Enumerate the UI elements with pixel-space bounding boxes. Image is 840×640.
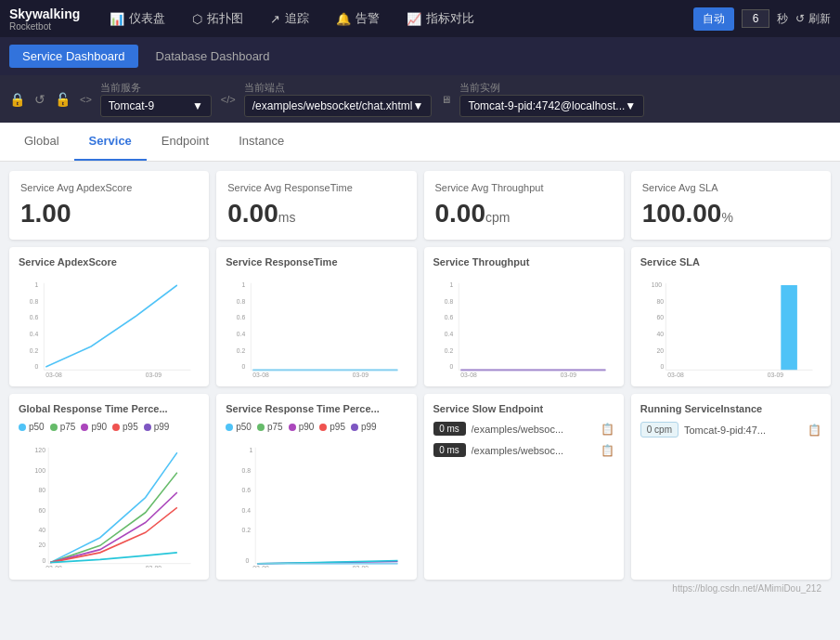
svc-legend-p75: p75	[257, 422, 283, 432]
svg-text:0: 0	[660, 362, 664, 372]
auto-button[interactable]: 自动	[693, 7, 734, 31]
svg-text:0.4: 0.4	[237, 330, 245, 339]
global-response-svg: 120 100 80 60 40 20 0 03-08 03-09	[19, 438, 200, 568]
unlock-icon[interactable]: 🔓	[55, 92, 71, 107]
svg-text:0: 0	[242, 362, 246, 372]
panel-service-response-title: Service Response Time Perce...	[226, 403, 407, 414]
svg-text:0.4: 0.4	[30, 330, 38, 339]
metric-throughput: Service Avg Throughput 0.00cpm	[424, 171, 624, 240]
endpoint-item-2: 0 ms /examples/websoc... 📋	[433, 443, 614, 457]
instance-icon: 🖥	[441, 94, 451, 105]
refresh-button[interactable]: ↺ 刷新	[795, 11, 831, 27]
toolbar: 🔒 ↺ 🔓 <> 当前服务 Tomcat-9 ▼ </> 当前端点 /examp…	[0, 75, 840, 123]
service-select[interactable]: Tomcat-9 ▼	[100, 95, 212, 117]
interval-input[interactable]	[742, 9, 769, 28]
tab-instance[interactable]: Instance	[224, 123, 299, 161]
tab-service-dashboard[interactable]: Service Dashboard	[9, 45, 138, 68]
svg-text:80: 80	[656, 296, 664, 306]
endpoint-selector-wrapper: </> 当前端点 /examples/websocket/chat.xhtml …	[221, 81, 433, 117]
tab-endpoint[interactable]: Endpoint	[147, 123, 224, 161]
p99-dot	[144, 424, 151, 431]
svg-text:03-08: 03-08	[253, 564, 269, 568]
svg-text:0.6: 0.6	[237, 313, 245, 322]
nav-metrics[interactable]: 📈 指标对比	[395, 0, 485, 37]
global-response-chart: 120 100 80 60 40 20 0 03-08 03-09	[19, 438, 200, 568]
nav-topology[interactable]: ⬡ 拓扑图	[181, 0, 254, 37]
endpoint-item-1: 0 ms /examples/websoc... 📋	[433, 422, 614, 436]
svg-text:0: 0	[449, 362, 453, 372]
svc-p90-dot	[289, 424, 296, 431]
svg-text:20: 20	[656, 346, 664, 355]
svg-text:0.2: 0.2	[444, 346, 452, 355]
service-response-svg: 1 0.8 0.6 0.4 0.2 0 03-08 03-09	[226, 438, 407, 568]
svg-text:1: 1	[242, 281, 246, 290]
metric-response-value: 0.00	[227, 199, 278, 228]
svc-legend-p50: p50	[226, 422, 252, 432]
panel-running-instance: Running ServiceInstance 0 cpm Tomcat-9-p…	[631, 394, 831, 580]
svg-text:03-08: 03-08	[45, 371, 61, 377]
service-dropdown-icon: ▼	[192, 99, 203, 112]
svc-p75-dot	[257, 424, 265, 431]
panel-global-response: Global Response Time Perce... p50 p75 p9…	[9, 394, 209, 580]
chart-response-area: 1 0.8 0.6 0.4 0.2 0 03-08 03-09	[226, 275, 407, 377]
svg-text:60: 60	[38, 505, 45, 514]
svg-text:0: 0	[246, 555, 250, 564]
metric-throughput-unit: cpm	[485, 210, 510, 225]
top-navigation: Skywalking Rocketbot 📊 仪表盘 ⬡ 拓扑图 ↗ 追踪 🔔 …	[0, 0, 840, 37]
service-response-legend: p50 p75 p90 p95 p99	[226, 422, 407, 432]
lock-icon[interactable]: 🔒	[9, 92, 25, 107]
tab-service[interactable]: Service	[74, 123, 147, 161]
svg-text:80: 80	[38, 486, 45, 494]
metric-apdex: Service Avg ApdexScore 1.00	[9, 171, 209, 240]
svg-text:1: 1	[35, 281, 39, 290]
chart-apdex-title: Service ApdexScore	[19, 256, 200, 268]
svg-text:0.8: 0.8	[444, 296, 452, 306]
instance-copy-icon-1[interactable]: 📋	[808, 424, 821, 437]
panel-slow-endpoint-title: Service Slow Endpoint	[433, 403, 614, 414]
metric-throughput-value: 0.00	[435, 199, 486, 228]
nav-alarm[interactable]: 🔔 告警	[325, 0, 391, 37]
svg-text:0.2: 0.2	[30, 346, 38, 355]
chart-throughput-title: Service Throughput	[433, 256, 614, 268]
svc-p50-dot	[226, 424, 233, 431]
dashboard-tabs: Service Dashboard Database Dashboard	[0, 37, 840, 75]
svc-p95-dot	[319, 424, 327, 431]
panel-global-response-title: Global Response Time Perce...	[19, 403, 200, 414]
metric-response-label: Service Avg ResponseTime	[227, 182, 405, 193]
chart-sla-area: 100 80 60 40 20 0 03-08 03-09	[640, 275, 821, 377]
instance-select[interactable]: Tomcat-9-pid:4742@localhost... ▼	[459, 95, 644, 117]
svg-text:0.2: 0.2	[237, 346, 245, 355]
svg-rect-38	[781, 285, 797, 370]
panel-slow-endpoint: Service Slow Endpoint 0 ms /examples/web…	[424, 394, 624, 580]
svc-p99-dot	[351, 424, 358, 431]
tab-database-dashboard[interactable]: Database Dashboard	[143, 45, 283, 68]
svg-text:03-09: 03-09	[146, 371, 162, 377]
nav-trace[interactable]: ↗ 追踪	[259, 0, 320, 37]
svg-text:03-09: 03-09	[353, 371, 368, 377]
p95-dot	[112, 424, 120, 431]
logo: Skywalking Rocketbot	[9, 7, 80, 32]
copy-icon-1[interactable]: 📋	[601, 423, 614, 436]
panel-running-instance-title: Running ServiceInstance	[640, 403, 821, 414]
chart-response-title: Service ResponseTime	[226, 256, 407, 268]
instance-badge-1: 0 cpm	[640, 422, 678, 438]
endpoint-select[interactable]: /examples/websocket/chat.xhtml ▼	[244, 95, 433, 117]
main-content: Service Avg ApdexScore 1.00 Service Avg …	[0, 162, 840, 605]
svg-text:0.6: 0.6	[30, 313, 38, 322]
throughput-svg: 1 0.8 0.6 0.4 0.2 0 03-08 03-09	[433, 275, 614, 377]
svc-legend-p90: p90	[289, 422, 315, 432]
endpoint-list: 0 ms /examples/websoc... 📋 0 ms /example…	[433, 422, 614, 457]
metric-sla-value: 100.00	[642, 199, 722, 228]
tab-global[interactable]: Global	[9, 123, 74, 161]
endpoint-dropdown-icon: ▼	[413, 99, 424, 112]
chart-throughput: Service Throughput 1 0.8 0.6 0.4 0.2 0 0…	[424, 247, 624, 386]
copy-icon-2[interactable]: 📋	[601, 444, 614, 457]
sync-icon[interactable]: ↺	[34, 92, 45, 107]
legend-p50: p50	[19, 422, 45, 432]
service-value: Tomcat-9	[109, 99, 154, 112]
svg-text:0.4: 0.4	[242, 505, 251, 514]
endpoint-name-1: /examples/websoc...	[472, 424, 595, 435]
nav-dashboard[interactable]: 📊 仪表盘	[98, 0, 176, 37]
metrics-row: Service Avg ApdexScore 1.00 Service Avg …	[9, 171, 831, 240]
svg-text:03-08: 03-08	[45, 564, 61, 568]
